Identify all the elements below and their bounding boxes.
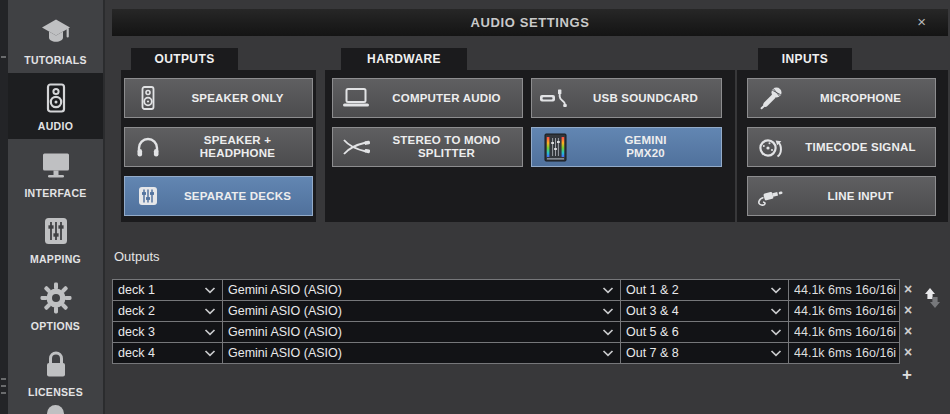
headphones-icon bbox=[125, 135, 171, 159]
channel-select[interactable]: Out 3 & 4 bbox=[621, 301, 789, 321]
chevron-down-icon bbox=[204, 329, 216, 336]
remove-row-button[interactable]: × bbox=[901, 279, 915, 300]
channel-value: Out 3 & 4 bbox=[626, 304, 679, 318]
output-mode-speaker-headphone-button[interactable]: SPEAKER + HEADPHONE bbox=[124, 127, 313, 167]
remove-row-button[interactable]: × bbox=[901, 342, 915, 363]
button-label: GEMINIPMX20 bbox=[578, 134, 721, 160]
sidebar-item-interface[interactable]: INTERFACE bbox=[8, 140, 103, 206]
channel-value: Out 7 & 8 bbox=[626, 346, 679, 360]
chevron-down-icon bbox=[602, 329, 614, 336]
strip-mark bbox=[1, 56, 6, 58]
input-microphone-button[interactable]: MICROPHONE bbox=[747, 78, 936, 118]
lock-icon bbox=[39, 347, 73, 381]
record-icon-partial bbox=[47, 405, 64, 414]
deck-value: deck 4 bbox=[118, 346, 155, 360]
vinyl-timecode-icon bbox=[748, 134, 794, 160]
deck-select[interactable]: deck 4 bbox=[113, 343, 223, 363]
channel-select[interactable]: Out 1 & 2 bbox=[621, 280, 789, 300]
add-row-button[interactable]: + bbox=[898, 366, 916, 384]
chevron-down-icon bbox=[770, 350, 782, 357]
device-select[interactable]: Gemini ASIO (ASIO) bbox=[223, 301, 621, 321]
channel-select[interactable]: Out 7 & 8 bbox=[621, 343, 789, 363]
dialog-title: AUDIO SETTINGS bbox=[471, 15, 590, 30]
output-row: deck 1 Gemini ASIO (ASIO) Out 1 & 2 44.1… bbox=[113, 280, 899, 300]
usb-cable-icon bbox=[532, 88, 578, 108]
button-label: SPEAKER + HEADPHONE bbox=[171, 134, 312, 160]
deck-select[interactable]: deck 3 bbox=[113, 322, 223, 342]
button-label: USB SOUNDCARD bbox=[578, 92, 721, 105]
chevron-down-icon bbox=[204, 350, 216, 357]
info-value: 44.1k 6ms 16o/16i bbox=[794, 325, 896, 339]
sidebar-item-label: INTERFACE bbox=[24, 187, 86, 199]
sidebar-item-tutorials[interactable]: TUTORIALS bbox=[8, 7, 103, 73]
reorder-arrows-icon[interactable] bbox=[923, 287, 942, 313]
deck-select[interactable]: deck 2 bbox=[113, 301, 223, 321]
device-value: Gemini ASIO (ASIO) bbox=[228, 304, 342, 318]
deck-value: deck 2 bbox=[118, 304, 155, 318]
sidebar-item-label: LICENSES bbox=[28, 386, 83, 398]
outputs-panel: SPEAKER ONLY SPEAKER + HEADPHONE SEPAR bbox=[121, 70, 316, 222]
jack-plug-icon bbox=[748, 184, 794, 208]
graduation-cap-icon bbox=[39, 15, 73, 49]
channel-select[interactable]: Out 5 & 6 bbox=[621, 322, 789, 342]
sidebar-item-label: TUTORIALS bbox=[24, 54, 87, 66]
device-select[interactable]: Gemini ASIO (ASIO) bbox=[223, 343, 621, 363]
deck-value: deck 1 bbox=[118, 283, 155, 297]
output-mode-separate-decks-button[interactable]: SEPARATE DECKS bbox=[124, 176, 313, 216]
sidebar-item-mapping[interactable]: MAPPING bbox=[8, 206, 103, 272]
left-edge-strip bbox=[0, 0, 8, 414]
dialog-titlebar: AUDIO SETTINGS × bbox=[112, 9, 948, 36]
device-value: Gemini ASIO (ASIO) bbox=[228, 325, 342, 339]
remove-column: × × × × bbox=[901, 279, 915, 363]
remove-row-button[interactable]: × bbox=[901, 300, 915, 321]
output-row: deck 2 Gemini ASIO (ASIO) Out 3 & 4 44.1… bbox=[113, 300, 899, 321]
input-timecode-signal-button[interactable]: TIMECODE SIGNAL bbox=[747, 127, 936, 167]
chevron-down-icon bbox=[602, 308, 614, 315]
device-value: Gemini ASIO (ASIO) bbox=[228, 283, 342, 297]
hardware-gemini-pmx20-button[interactable]: GEMINIPMX20 bbox=[531, 127, 722, 167]
soundcard-info: 44.1k 6ms 16o/16i bbox=[789, 343, 897, 363]
strip-mark bbox=[1, 385, 6, 387]
soundcard-info: 44.1k 6ms 16o/16i bbox=[789, 280, 897, 300]
hardware-computer-audio-button[interactable]: COMPUTER AUDIO bbox=[332, 78, 523, 118]
hardware-usb-soundcard-button[interactable]: USB SOUNDCARD bbox=[531, 78, 722, 118]
sidebar-item-audio[interactable]: AUDIO bbox=[8, 73, 103, 139]
chevron-down-icon bbox=[602, 350, 614, 357]
button-label: LINE INPUT bbox=[794, 190, 935, 203]
button-label-line1: GEMINI bbox=[578, 134, 713, 147]
gear-icon bbox=[39, 281, 73, 315]
output-mode-speaker-only-button[interactable]: SPEAKER ONLY bbox=[124, 78, 313, 118]
sidebar-item-options[interactable]: OPTIONS bbox=[8, 273, 103, 339]
gemini-pmx20-icon bbox=[532, 133, 578, 162]
chevron-down-icon bbox=[602, 287, 614, 294]
output-row: deck 3 Gemini ASIO (ASIO) Out 5 & 6 44.1… bbox=[113, 321, 899, 342]
routing-section-label: Outputs bbox=[114, 249, 160, 264]
input-line-input-button[interactable]: LINE INPUT bbox=[747, 176, 936, 216]
sidebar-item-licenses[interactable]: LICENSES bbox=[8, 339, 103, 405]
deck-select[interactable]: deck 1 bbox=[113, 280, 223, 300]
info-value: 44.1k 6ms 16o/16i bbox=[794, 304, 896, 318]
button-label: SEPARATE DECKS bbox=[171, 190, 312, 203]
chevron-down-icon bbox=[770, 329, 782, 336]
splitter-cable-icon bbox=[333, 136, 379, 158]
speaker-icon bbox=[125, 85, 171, 111]
inputs-panel: MICROPHONE TIMECODE SIGNAL bbox=[737, 70, 948, 222]
device-select[interactable]: Gemini ASIO (ASIO) bbox=[223, 322, 621, 342]
button-label: STEREO TO MONO SPLITTER bbox=[379, 134, 522, 160]
remove-row-button[interactable]: × bbox=[901, 321, 915, 342]
device-value: Gemini ASIO (ASIO) bbox=[228, 346, 342, 360]
close-icon[interactable]: × bbox=[913, 9, 930, 36]
strip-mark bbox=[1, 392, 6, 394]
info-value: 44.1k 6ms 16o/16i bbox=[794, 346, 896, 360]
soundcard-info: 44.1k 6ms 16o/16i bbox=[789, 301, 897, 321]
info-value: 44.1k 6ms 16o/16i bbox=[794, 283, 896, 297]
hardware-stereo-mono-splitter-button[interactable]: STEREO TO MONO SPLITTER bbox=[332, 127, 523, 167]
speaker-icon bbox=[39, 81, 73, 115]
tab-outputs: OUTPUTS bbox=[131, 48, 238, 70]
button-label: TIMECODE SIGNAL bbox=[794, 141, 935, 154]
output-row: deck 4 Gemini ASIO (ASIO) Out 7 & 8 44.1… bbox=[113, 342, 899, 363]
chevron-down-icon bbox=[770, 308, 782, 315]
device-select[interactable]: Gemini ASIO (ASIO) bbox=[223, 280, 621, 300]
soundcard-info: 44.1k 6ms 16o/16i bbox=[789, 322, 897, 342]
settings-sidebar: TUTORIALS AUDIO INTERFACE bbox=[8, 0, 105, 414]
